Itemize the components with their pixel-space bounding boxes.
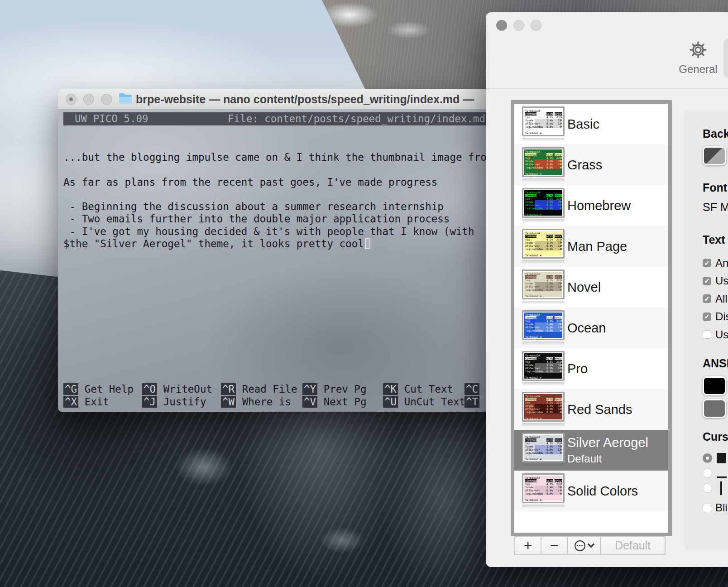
profile-labels: Man Page <box>567 239 627 254</box>
thumbnail-reflection <box>522 260 565 265</box>
add-profile-button[interactable]: + <box>514 536 541 555</box>
shortcut-label: Get Help <box>85 383 134 395</box>
more-options-button[interactable] <box>567 536 601 555</box>
shortcut-key: ^G <box>63 383 78 395</box>
toolbar-tab-profiles-selected[interactable] <box>723 38 728 77</box>
minimize-button[interactable] <box>513 20 524 31</box>
bar-cursor-icon <box>720 481 722 495</box>
profiles-list[interactable]: Terminal#COMMAND %CPU RPRVTtop 4.1% 231K… <box>511 100 672 536</box>
checkbox[interactable]: ✓ <box>703 259 711 267</box>
blink-cursor-option[interactable]: Bli <box>703 500 728 515</box>
shortcut-label: Exit <box>85 396 109 408</box>
minimize-button[interactable] <box>83 94 94 105</box>
thumb-header-chip: RPRVT <box>555 479 563 482</box>
checkbox[interactable]: ✓ <box>703 277 711 285</box>
thumb-header-chip: COMMAND <box>525 357 536 360</box>
thumb-header-chip: RPRVT <box>555 357 563 360</box>
shortcut-t-key: ^T <box>465 395 479 408</box>
thumb-header-chip: RPRVT <box>555 112 563 115</box>
shortcut-row: ^G Get Help^O WriteOut^R Read File^Y Pre… <box>63 383 511 395</box>
thumb-process-row: Xcode 1.4% 78M <box>525 241 561 244</box>
thumb-process-row: Xcode 1.4% 78M <box>525 119 561 122</box>
thumb-header-chip: %CPU <box>546 316 553 319</box>
profile-row-ocean[interactable]: Terminal#COMMAND %CPU RPRVTtop 4.1% 231K… <box>514 308 668 348</box>
text-option-4[interactable]: Us <box>703 326 728 344</box>
remove-profile-button[interactable]: − <box>541 536 568 555</box>
shortcut-j-justify: ^J Justify <box>142 395 206 408</box>
set-default-button[interactable]: Default <box>600 536 666 555</box>
terminal-content[interactable]: UW PICO 5.09 File: content/posts/speed_w… <box>58 110 511 412</box>
thumb-header-chip: RPRVT <box>555 438 563 442</box>
radio-button[interactable] <box>703 453 712 463</box>
blink-cursor-checkbox[interactable] <box>703 504 711 512</box>
thumb-header-line: COMMAND %CPU RPRVT <box>525 275 561 279</box>
radio-button[interactable] <box>703 468 712 478</box>
preferences-toolbar: General <box>486 12 728 89</box>
profile-row-man-page[interactable]: Terminal#COMMAND %CPU RPRVTtop 4.1% 231K… <box>514 226 668 267</box>
profile-row-solid-colors[interactable]: Terminal#COMMAND %CPU RPRVTtop 4.1% 231K… <box>514 471 668 511</box>
background-color-well[interactable] <box>703 146 726 165</box>
terminal-window-title: brpe-website — nano content/posts/speed_… <box>136 89 474 110</box>
toolbar-tab-general[interactable]: General <box>675 40 721 76</box>
profile-row-grass[interactable]: Terminal#COMMAND %CPU RPRVTtop 4.1% 231K… <box>514 144 668 185</box>
profile-row-homebrew[interactable]: Terminal#COMMAND %CPU RPRVTtop 4.1% 231K… <box>514 185 668 226</box>
thumb-header-chip: %CPU <box>546 194 553 197</box>
shortcut-y-prev-pg: ^Y Prev Pg <box>302 383 366 395</box>
text-heading: Text <box>703 233 725 246</box>
ansi-color-well-1[interactable] <box>703 399 726 418</box>
cursor-option-bar[interactable] <box>703 481 727 496</box>
close-button[interactable] <box>66 94 77 105</box>
thumb-process-row: ATSServer 0.0% 13M <box>525 448 561 451</box>
checkbox[interactable] <box>703 330 711 339</box>
thumbnail-screen: Terminal#COMMAND %CPU RPRVTtop 4.1% 231K… <box>523 271 563 298</box>
folder-icon <box>119 93 132 106</box>
profile-row-pro[interactable]: Terminal#COMMAND %CPU RPRVTtop 4.1% 231K… <box>514 348 668 389</box>
thumbnail-frame: Terminal#COMMAND %CPU RPRVTtop 4.1% 231K… <box>522 229 565 259</box>
background-heading: Backg <box>703 127 728 140</box>
thumb-process-row: top 4.1% 231K <box>525 197 561 200</box>
close-button[interactable] <box>496 20 507 31</box>
text-option-2[interactable]: ✓All <box>703 290 728 308</box>
profile-name: Pro <box>567 361 588 376</box>
thumb-process-row: loginwindow 0.0% 4M <box>525 207 561 210</box>
profile-row-red-sands[interactable]: Terminal#COMMAND %CPU RPRVTtop 4.1% 231K… <box>514 389 668 430</box>
shortcut-key: ^J <box>142 396 157 408</box>
profile-list-actions: + − Default <box>514 536 666 555</box>
thumb-header-chip: %CPU <box>546 479 553 482</box>
cursor-option-underline[interactable] <box>703 466 727 481</box>
thumb-footer-line: Terminal # <box>525 457 561 461</box>
profile-labels: Red Sands <box>567 402 632 417</box>
thumb-process-row: top 4.1% 231K <box>525 279 561 282</box>
text-option-0[interactable]: ✓An <box>703 254 728 272</box>
shortcut-v-next-pg: ^V Next Pg <box>302 395 366 408</box>
thumb-process-row: Xcode 1.4% 78M <box>525 486 561 489</box>
radio-button[interactable] <box>703 483 712 493</box>
checkbox[interactable]: ✓ <box>703 313 711 321</box>
thumb-footer-line: Terminal # <box>525 131 561 135</box>
terminal-titlebar[interactable]: brpe-website — nano content/posts/speed_… <box>58 89 511 110</box>
checkbox[interactable]: ✓ <box>703 294 711 303</box>
font-heading: Font <box>703 181 727 194</box>
profile-row-silver-aerogel[interactable]: Terminal#COMMAND %CPU RPRVTtop 4.1% 231K… <box>514 430 668 471</box>
thumb-process-row: loginwindow 0.0% 4M <box>525 410 561 414</box>
zoom-button[interactable] <box>101 94 112 105</box>
terminal-preferences-window[interactable]: General Terminal#COMMAND %CPU RPRVTtop 4… <box>486 12 728 567</box>
thumb-header-line: COMMAND %CPU RPRVT <box>525 235 561 238</box>
checkbox-label: All <box>715 293 728 305</box>
profile-thumbnail: Terminal#COMMAND %CPU RPRVTtop 4.1% 231K… <box>522 433 565 468</box>
text-option-1[interactable]: ✓Us <box>703 272 728 290</box>
zoom-button[interactable] <box>531 20 541 31</box>
profile-row-novel[interactable]: Terminal#COMMAND %CPU RPRVTtop 4.1% 231K… <box>514 267 668 308</box>
text-option-3[interactable]: ✓Dis <box>703 308 728 326</box>
profile-row-basic[interactable]: Terminal#COMMAND %CPU RPRVTtop 4.1% 231K… <box>514 104 668 144</box>
nano-editor-text[interactable]: ...but the blogging impulse came on & I … <box>63 151 511 250</box>
shortcut-label: UnCut Text <box>404 396 465 408</box>
cursor-option-block[interactable] <box>703 451 727 466</box>
profile-name: Basic <box>567 117 599 132</box>
profile-labels: Novel <box>567 280 601 295</box>
thumb-header-chip: COMMAND <box>525 479 536 482</box>
profile-name: Grass <box>567 158 602 173</box>
checkbox-label: Dis <box>715 310 728 323</box>
terminal-window[interactable]: brpe-website — nano content/posts/speed_… <box>58 89 511 412</box>
ansi-color-well-0[interactable] <box>703 376 726 395</box>
